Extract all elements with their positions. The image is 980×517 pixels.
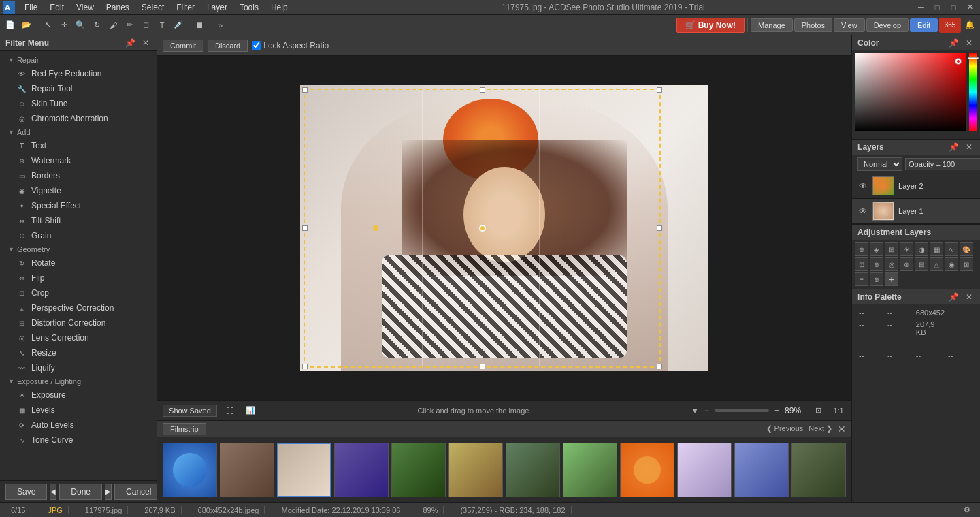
filmstrip-thumb-4[interactable]: [334, 443, 389, 497]
adj-icon-6[interactable]: ▦: [930, 242, 943, 256]
filmstrip-thumb-12[interactable]: [791, 443, 846, 497]
menu-filter[interactable]: Filter: [171, 1, 200, 14]
toolbar-rotate[interactable]: ↻: [89, 18, 104, 33]
adj-icon-7[interactable]: ∿: [945, 242, 958, 256]
done-button[interactable]: Done: [59, 484, 102, 500]
zoom-slider[interactable]: [715, 409, 769, 412]
layers-pin-button[interactable]: 📌: [947, 142, 961, 152]
adj-icon-11[interactable]: ◎: [885, 257, 898, 271]
toolbar-shapes[interactable]: ◻: [138, 18, 153, 33]
histogram-button[interactable]: 📊: [243, 403, 258, 418]
menu-tools[interactable]: Tools: [234, 1, 264, 14]
filter-borders[interactable]: ▭ Borders: [0, 168, 157, 183]
layer-1-visibility-icon[interactable]: 👁: [858, 206, 868, 217]
maximize-button[interactable]: □: [946, 0, 961, 15]
adj-icon-1[interactable]: ⊕: [855, 242, 868, 256]
filmstrip-thumb-9[interactable]: [620, 443, 674, 497]
section-add[interactable]: ▼ Add: [0, 126, 157, 138]
canvas-image[interactable]: [300, 85, 708, 371]
filter-perspective[interactable]: ⟁ Perspective Correction: [0, 300, 157, 315]
blend-mode-select[interactable]: Normal: [858, 157, 902, 171]
notification-bell[interactable]: 🔔: [962, 18, 977, 33]
panel-pin-button[interactable]: 📌: [123, 38, 137, 48]
filter-text[interactable]: T Text: [0, 138, 157, 153]
toolbar-zoom[interactable]: 🔍: [73, 18, 88, 33]
prev-save-button[interactable]: ◀: [50, 484, 56, 500]
save-button[interactable]: Save: [5, 484, 47, 500]
toolbar-more[interactable]: »: [213, 18, 228, 33]
filter-resize[interactable]: ⤡ Resize: [0, 345, 157, 360]
filter-chromatic[interactable]: ◎ Chromatic Aberration: [0, 111, 157, 126]
filter-skin-tune[interactable]: ☺ Skin Tune: [0, 96, 157, 111]
edit-button[interactable]: Edit: [910, 18, 938, 32]
filter-red-eye[interactable]: 👁 Red Eye Reduction: [0, 66, 157, 81]
adj-icon-8[interactable]: 🎨: [960, 242, 973, 256]
menu-layer[interactable]: Layer: [201, 1, 233, 14]
filmstrip-thumb-5[interactable]: [391, 443, 446, 497]
filmstrip-thumb-2[interactable]: [220, 443, 274, 497]
adj-icon-14[interactable]: △: [930, 257, 943, 271]
layer-item-1[interactable]: 👁 Layer 1: [852, 199, 980, 224]
fullscreen-button[interactable]: ⛶: [223, 403, 238, 418]
filmstrip-thumb-3[interactable]: [277, 443, 331, 497]
filter-crop[interactable]: ⊡ Crop: [0, 285, 157, 300]
next-save-button[interactable]: ▶: [105, 484, 112, 500]
filmstrip-prev-btn[interactable]: ❮ Previous: [766, 424, 804, 433]
menu-select[interactable]: Select: [136, 1, 169, 14]
filter-exposure[interactable]: ☀ Exposure: [0, 388, 157, 403]
info-pin-button[interactable]: 📌: [947, 292, 961, 302]
view-button[interactable]: View: [834, 18, 865, 32]
adj-icon-add[interactable]: +: [885, 272, 898, 286]
filmstrip-tab[interactable]: Filmstrip: [163, 423, 206, 435]
layers-close-button[interactable]: ✕: [964, 142, 975, 152]
menu-view[interactable]: View: [71, 1, 99, 14]
filmstrip-thumb-1[interactable]: [163, 443, 217, 497]
toolbar-eyedrop[interactable]: 💉: [171, 18, 186, 33]
filter-vignette[interactable]: ◉ Vignette: [0, 183, 157, 198]
menu-help[interactable]: Help: [265, 1, 293, 14]
adj-icon-12[interactable]: ⊛: [900, 257, 913, 271]
opacity-input[interactable]: [905, 158, 980, 170]
section-repair[interactable]: ▼ Repair: [0, 54, 157, 66]
toolbar-move[interactable]: ✛: [56, 18, 71, 33]
panel-close-button[interactable]: ✕: [140, 38, 151, 48]
filmstrip-next-btn[interactable]: Next ❯: [808, 424, 832, 433]
expand-icon[interactable]: ▼: [691, 406, 699, 416]
color-picker[interactable]: [852, 50, 980, 139]
adj-icon-18[interactable]: ⊕: [870, 272, 883, 286]
color-close-button[interactable]: ✕: [964, 38, 975, 48]
toolbar-color-fg[interactable]: ■: [192, 18, 207, 33]
filter-watermark[interactable]: ⊛ Watermark: [0, 153, 157, 168]
show-saved-button[interactable]: Show Saved: [163, 405, 217, 417]
filmstrip-thumb-7[interactable]: [506, 443, 560, 497]
info-close-button[interactable]: ✕: [964, 292, 975, 302]
menu-file[interactable]: File: [19, 1, 43, 14]
filmstrip-thumb-10[interactable]: [677, 443, 732, 497]
toolbar-pen[interactable]: ✏: [122, 18, 137, 33]
adj-icon-13[interactable]: ⊟: [915, 257, 928, 271]
color-pin-button[interactable]: 📌: [947, 38, 961, 48]
canvas-area[interactable]: [157, 56, 851, 400]
toolbar-open[interactable]: 📂: [19, 18, 34, 33]
filter-levels[interactable]: ▦ Levels: [0, 403, 157, 418]
toolbar-select[interactable]: ↖: [40, 18, 55, 33]
filmstrip-thumb-6[interactable]: [448, 443, 503, 497]
layer-item-2[interactable]: 👁 Layer 2: [852, 174, 980, 199]
filter-special-effect[interactable]: ✦ Special Effect: [0, 198, 157, 213]
commit-button[interactable]: Commit: [163, 40, 203, 52]
menu-edit[interactable]: Edit: [44, 1, 69, 14]
adj-icon-10[interactable]: ⊕: [870, 257, 883, 271]
filter-grain[interactable]: ⁙ Grain: [0, 228, 157, 243]
filter-rotate[interactable]: ↻ Rotate: [0, 255, 157, 270]
adj-icon-15[interactable]: ◉: [945, 257, 958, 271]
adj-icon-5[interactable]: ◑: [915, 242, 928, 256]
buy-now-button[interactable]: 🛒 Buy Now!: [676, 18, 745, 33]
discard-button[interactable]: Discard: [208, 40, 248, 52]
toolbar-brush[interactable]: 🖌: [105, 18, 120, 33]
close-button[interactable]: ✕: [962, 0, 977, 15]
toolbar-text[interactable]: T: [154, 18, 169, 33]
zoom-in-button[interactable]: +: [774, 406, 779, 416]
filter-liquify[interactable]: 〰 Liquify: [0, 360, 157, 375]
filter-distortion[interactable]: ⊟ Distortion Correction: [0, 315, 157, 330]
filter-flip[interactable]: ⇔ Flip: [0, 270, 157, 285]
